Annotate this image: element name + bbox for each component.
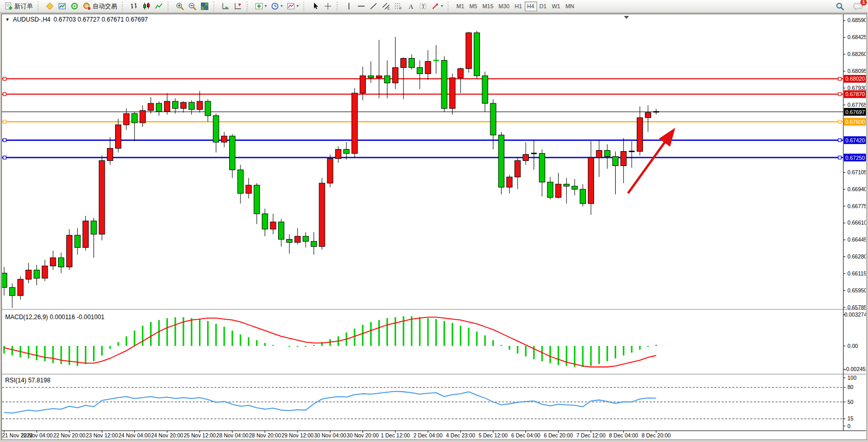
level-anchor[interactable] xyxy=(3,156,6,159)
timeframe-button-M15[interactable]: M15 xyxy=(480,2,496,11)
crosshair-icon xyxy=(324,2,332,10)
arrows-button[interactable]: ▾ xyxy=(429,1,445,12)
rsi-axis-label: 100 xyxy=(847,375,857,381)
vertical-line-button[interactable] xyxy=(343,1,355,12)
candle-body xyxy=(42,266,48,278)
search-button[interactable] xyxy=(834,1,846,12)
price-tick-label: 0.67765 xyxy=(847,102,866,108)
tile-windows-button[interactable] xyxy=(198,1,211,12)
timeframe-button-M5[interactable]: M5 xyxy=(467,2,479,11)
toolbar-group xyxy=(173,0,212,13)
zoom-out-button[interactable] xyxy=(186,1,198,12)
auto-trading-button[interactable]: 自动交易 xyxy=(81,1,119,12)
trend-line-icon xyxy=(370,2,378,10)
bar-chart-button[interactable] xyxy=(128,1,140,12)
level-anchor[interactable] xyxy=(3,93,6,96)
candle-body xyxy=(17,279,23,296)
time-tick-label: 1 Dec 12:00 xyxy=(381,432,410,438)
strategy-signal-button[interactable] xyxy=(68,1,81,12)
candle-body xyxy=(230,136,235,170)
auto-scroll-button[interactable] xyxy=(219,1,232,12)
toolbar-group: ▾▾▾ xyxy=(252,0,302,13)
level-anchor[interactable] xyxy=(838,156,841,159)
indicators-button[interactable]: ▾ xyxy=(253,1,269,12)
vertical-line-icon xyxy=(345,2,353,10)
time-tick-label: 4 Dec 23:00 xyxy=(446,432,475,438)
horizontal-line-icon xyxy=(357,2,365,10)
candle-body xyxy=(59,258,64,267)
chart-window[interactable]: ▼ AUDUSD-,H4 0.67703 0.67727 0.67671 0.6… xyxy=(1,13,867,440)
rsi-axis-label: 80 xyxy=(847,384,854,390)
level-anchor[interactable] xyxy=(838,120,841,123)
market-watch-button[interactable] xyxy=(44,1,56,12)
price-tick-label: 0.68095 xyxy=(847,68,866,74)
macd-values: 0.000116 -0.001001 xyxy=(50,314,105,321)
templates-button[interactable]: ▾ xyxy=(285,1,301,12)
candle-body xyxy=(564,184,569,186)
periods-button[interactable]: ▾ xyxy=(269,1,285,12)
candle-body xyxy=(173,101,178,108)
price-badge-label: 0.67600 xyxy=(845,119,865,125)
level-anchor[interactable] xyxy=(3,139,6,142)
zoom-in-button[interactable] xyxy=(174,1,186,12)
timeframe-button-D1[interactable]: D1 xyxy=(537,2,549,11)
timeframe-button-M1[interactable]: M1 xyxy=(454,2,467,11)
chart-shift-button[interactable] xyxy=(232,1,244,12)
crosshair-button[interactable] xyxy=(322,1,334,12)
candle-body xyxy=(613,157,618,166)
svg-text:E: E xyxy=(387,7,390,10)
toolbar-separator xyxy=(247,2,250,11)
chart-window-button[interactable] xyxy=(56,1,68,12)
timeframe-button-W1[interactable]: W1 xyxy=(549,2,563,11)
timeframe-group: M1M5M15M30H1H4D1W1MN xyxy=(453,0,578,13)
candle-body xyxy=(547,182,553,197)
horizontal-line-button[interactable] xyxy=(355,1,367,12)
price-axis-tick-labels: 0.685900.684250.682600.680950.679300.677… xyxy=(843,17,866,310)
line-chart-button[interactable] xyxy=(153,1,165,12)
time-tick-label: 23 Nov 12:00 xyxy=(86,432,118,438)
level-anchor[interactable] xyxy=(838,93,841,96)
time-tick-label: 8 Dec 04:00 xyxy=(609,432,638,438)
toolbar-group xyxy=(308,0,335,13)
text-label-button[interactable]: T xyxy=(417,1,429,12)
level-anchor[interactable] xyxy=(838,139,841,142)
candle-body xyxy=(83,221,88,248)
time-tick-label: 29 Nov 12:00 xyxy=(282,432,314,438)
timeframe-button-H4[interactable]: H4 xyxy=(525,2,537,11)
level-anchor[interactable] xyxy=(3,120,6,123)
fibonacci-icon: F xyxy=(394,2,402,10)
level-anchor[interactable] xyxy=(838,77,841,80)
channel-button[interactable]: E xyxy=(380,1,392,12)
main-toolbar: 新订单自动交易▾▾▾EFAT▾M1M5M15M30H1H4D1W1MN xyxy=(0,0,868,13)
chart-canvas[interactable]: 0.685900.684250.682600.680950.679300.677… xyxy=(2,14,866,439)
timeframe-button-H1[interactable]: H1 xyxy=(512,2,524,11)
toolbar-separator xyxy=(168,2,171,11)
candle-body xyxy=(580,189,586,204)
candle-body xyxy=(490,103,496,135)
fibonacci-button[interactable]: F xyxy=(392,1,404,12)
chart-shift-marker[interactable] xyxy=(624,16,629,19)
macd-indicator-label: MACD(12,26,9) 0.000116 -0.001001 xyxy=(5,314,104,321)
new-order-button-label: 新订单 xyxy=(14,2,33,11)
candle-body xyxy=(539,154,545,182)
timeframe-button-MN[interactable]: MN xyxy=(563,2,577,11)
candle-body xyxy=(303,236,308,242)
rsi-indicator-label: RSI(14) 57.8198 xyxy=(5,377,50,384)
price-tick-label: 0.68590 xyxy=(847,17,866,23)
candle-body xyxy=(294,236,300,243)
price-tick-label: 0.66940 xyxy=(847,186,866,192)
candle-chart-button[interactable] xyxy=(140,1,153,12)
time-tick-label: 24 Nov 20:00 xyxy=(151,432,183,438)
rsi-axis-label: 0 xyxy=(847,423,851,429)
trend-line-button[interactable] xyxy=(367,1,380,12)
level-anchor[interactable] xyxy=(3,77,6,80)
collapse-icon[interactable]: ▼ xyxy=(5,17,10,22)
cursor-button[interactable] xyxy=(309,1,322,12)
candle-body xyxy=(458,68,464,78)
time-tick-label: 30 Nov 20:00 xyxy=(347,432,379,438)
text-button[interactable]: A xyxy=(404,1,417,12)
candle-body xyxy=(572,186,578,189)
notifications-button[interactable]: 1 xyxy=(852,1,865,12)
new-order-button[interactable]: 新订单 xyxy=(3,1,35,12)
timeframe-button-M30[interactable]: M30 xyxy=(496,2,512,11)
